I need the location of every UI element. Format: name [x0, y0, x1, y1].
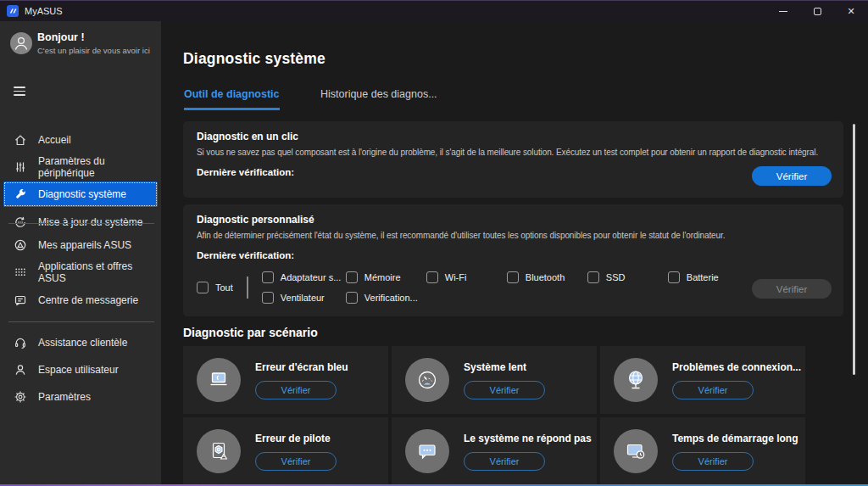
scenario-title: Erreur d'écran bleu — [255, 361, 348, 373]
card-description: Si vous ne savez pas quel composant est … — [197, 148, 824, 157]
apps-grid-icon — [14, 265, 27, 279]
checkbox-batterie[interactable]: Batterie — [668, 267, 748, 288]
checkbox-wifi[interactable]: Wi-Fi — [426, 267, 507, 288]
diagnostic-options: Tout Adaptateur s... Ventilateur Mémoire… — [197, 267, 748, 308]
update-icon — [14, 215, 27, 229]
sidebar-item-centre-messagerie[interactable]: Centre de messagerie — [3, 288, 158, 313]
gear-icon — [14, 390, 27, 404]
checkbox-ssd[interactable]: SSD — [587, 267, 668, 288]
sidebar-item-label: Assistance clientèle — [38, 337, 127, 349]
greeting-subtext: C'est un plaisir de vous avoir ici — [37, 46, 150, 55]
scenario-heading: Diagnostic par scénario — [183, 326, 318, 339]
checkbox-tout[interactable]: Tout — [197, 267, 233, 308]
myasus-window: MyASUS ✕ Bonjour ! C'est un plaisir de v… — [0, 0, 868, 486]
sidebar-item-accueil[interactable]: Accueil — [3, 127, 158, 153]
not-responding-icon — [405, 429, 449, 473]
sidebar-item-label: Espace utilisateur — [38, 364, 119, 376]
scenario-card-erreur-pilote: Erreur de pilote Vérifier — [183, 417, 388, 485]
sidebar-item-mes-appareils[interactable]: Mes appareils ASUS — [3, 232, 158, 258]
checkbox-box[interactable] — [426, 271, 438, 283]
sidebar-item-label: Paramètres — [38, 391, 91, 403]
sidebar-item-label: Mise à jour du système — [38, 216, 142, 228]
checkbox-memoire[interactable]: Mémoire — [346, 267, 426, 288]
close-icon: ✕ — [847, 6, 854, 17]
card-title: Diagnostic personnalisé — [197, 214, 314, 226]
vertical-scrollbar[interactable] — [853, 124, 855, 375]
sliders-icon — [14, 160, 27, 174]
message-icon — [14, 293, 27, 307]
card-title: Diagnostic en un clic — [197, 131, 298, 142]
myasus-logo-icon — [7, 5, 19, 17]
verify-button[interactable]: Vérifier — [752, 166, 832, 186]
connection-icon — [614, 358, 658, 402]
minimize-icon — [779, 11, 787, 12]
checkbox-bluetooth[interactable]: Bluetooth — [507, 267, 587, 288]
blue-screen-icon — [197, 358, 241, 402]
sidebar-item-parametres-peripherique[interactable]: Paramètres du périphérique — [3, 154, 158, 180]
verify-button[interactable]: Vérifier — [672, 452, 754, 471]
sidebar-item-assistance-clientele[interactable]: Assistance clientèle — [3, 330, 158, 355]
tab-historique-diagnostics[interactable]: Historique des diagnos... — [320, 88, 437, 108]
maximize-button[interactable] — [800, 1, 834, 21]
user-icon — [14, 363, 27, 377]
scenario-title: Erreur de pilote — [255, 433, 337, 444]
sidebar-item-label: Accueil — [38, 134, 71, 146]
menu-toggle-icon[interactable] — [14, 87, 25, 96]
checkbox-box[interactable] — [262, 292, 274, 304]
headset-icon — [14, 336, 27, 349]
page-title: Diagnostic système — [183, 50, 326, 68]
home-icon — [14, 133, 27, 147]
asus-device-icon — [14, 238, 27, 252]
verify-button[interactable]: Vérifier — [464, 381, 545, 399]
sidebar-item-label: Paramètres du périphérique — [38, 155, 158, 179]
avatar[interactable] — [10, 32, 32, 54]
checkbox-box[interactable] — [262, 271, 274, 283]
wrench-icon — [14, 187, 27, 201]
scenario-title: Temps de démarrage long — [672, 433, 798, 444]
sidebar-item-parametres[interactable]: Paramètres — [3, 384, 158, 410]
card-description: Afin de déterminer précisément l'état du… — [197, 231, 824, 240]
verify-button[interactable]: Vérifier — [255, 452, 337, 471]
sidebar-divider — [8, 321, 154, 322]
scenario-title: Le système ne répond pas — [464, 433, 592, 444]
sidebar-item-applications-offres[interactable]: Applications et offres ASUS — [3, 260, 158, 285]
checkbox-box[interactable] — [668, 271, 680, 283]
tab-outil-de-diagnostic[interactable]: Outil de diagnostic — [184, 88, 280, 110]
checkbox-box[interactable] — [346, 292, 358, 304]
sidebar-divider — [8, 223, 154, 224]
scenario-card-ne-repond-pas: Le système ne répond pas Vérifier — [392, 417, 597, 485]
sidebar-item-label: Mes appareils ASUS — [38, 239, 131, 251]
sidebar-item-label: Centre de messagerie — [38, 294, 138, 306]
checkbox-ventilateur[interactable]: Ventilateur — [262, 288, 346, 308]
verify-button-disabled[interactable]: Vérifier — [752, 279, 832, 299]
scenario-grid: Erreur d'écran bleu Vérifier Système len… — [183, 346, 805, 485]
app-title: MyASUS — [25, 6, 63, 16]
close-button[interactable]: ✕ — [834, 1, 868, 21]
sidebar-item-label: Applications et offres ASUS — [38, 260, 158, 284]
sidebar-item-espace-utilisateur[interactable]: Espace utilisateur — [3, 357, 158, 383]
titlebar: MyASUS ✕ — [0, 1, 868, 21]
driver-error-icon — [197, 429, 241, 473]
minimize-button[interactable] — [766, 1, 800, 21]
checkbox-box[interactable] — [587, 271, 599, 283]
checkbox-box[interactable] — [197, 282, 209, 293]
verify-button[interactable]: Vérifier — [464, 452, 545, 471]
checkbox-box[interactable] — [507, 271, 519, 283]
verify-button[interactable]: Vérifier — [672, 381, 754, 399]
checkbox-adaptateur[interactable]: Adaptateur s... — [262, 267, 346, 288]
slow-system-icon — [405, 358, 449, 402]
scenario-card-demarrage-long: Temps de démarrage long Vérifier — [600, 417, 805, 485]
options-separator — [247, 277, 248, 299]
checkbox-verification[interactable]: Verification... — [346, 288, 426, 308]
sidebar-item-diagnostic-systeme[interactable]: Diagnostic système — [3, 182, 158, 207]
checkbox-box[interactable] — [346, 271, 358, 283]
one-click-diagnostic-card: Diagnostic en un clic Si vous ne savez p… — [183, 121, 843, 198]
last-check-label: Dernière vérification: — [197, 250, 294, 260]
scenario-title: Problèmes de connexion... — [672, 361, 801, 373]
greeting-text: Bonjour ! — [37, 31, 85, 43]
sidebar-item-mise-a-jour[interactable]: Mise à jour du système — [3, 209, 158, 235]
last-check-label: Dernière vérification: — [197, 167, 294, 177]
sidebar-item-label: Diagnostic système — [38, 188, 126, 200]
scenario-card-systeme-lent: Système lent Vérifier — [392, 346, 597, 414]
verify-button[interactable]: Vérifier — [255, 381, 337, 399]
